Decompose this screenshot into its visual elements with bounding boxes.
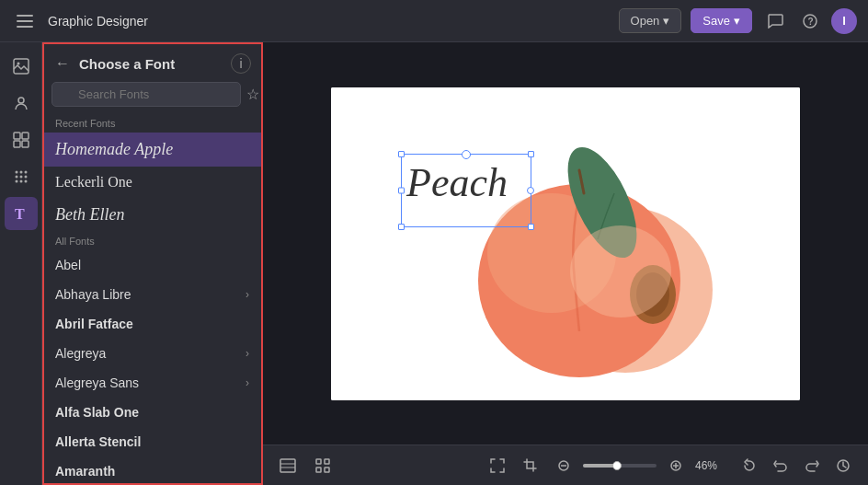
svg-rect-2 — [17, 26, 33, 28]
zoom-controls: 46% — [484, 452, 728, 479]
undo-button[interactable] — [767, 452, 794, 479]
font-search-input[interactable] — [51, 82, 241, 107]
sidebar-item-text[interactable]: T — [5, 197, 38, 230]
svg-rect-30 — [280, 459, 295, 472]
svg-point-7 — [18, 98, 24, 103]
user-avatar[interactable]: I — [831, 8, 857, 34]
font-item-homemade-apple[interactable]: Homemade Apple — [42, 133, 262, 167]
font-name-abril-fatface: Abril Fatface — [55, 317, 133, 331]
favorites-button[interactable]: ☆ — [246, 81, 259, 107]
sidebar-item-grid[interactable] — [5, 123, 38, 156]
zoom-thumb[interactable] — [612, 461, 622, 470]
font-search-row: 🔍 ☆ + — [42, 81, 262, 114]
svg-point-17 — [24, 176, 27, 179]
alegreya-chevron: › — [246, 347, 249, 360]
all-fonts-label: All Fonts — [42, 232, 262, 250]
sidebar-item-apps[interactable] — [5, 160, 38, 193]
font-item-abril-fatface[interactable]: Abril Fatface — [42, 309, 262, 339]
help-icon[interactable]: ? — [796, 7, 824, 35]
peach-illustration — [331, 87, 800, 400]
sidebar-item-people[interactable] — [5, 87, 38, 120]
bottombar: 46% — [263, 445, 868, 485]
search-wrap: 🔍 — [51, 82, 241, 107]
svg-rect-8 — [14, 133, 20, 139]
font-item-abel[interactable]: Abel — [42, 250, 262, 280]
svg-point-16 — [19, 176, 22, 179]
svg-text:T: T — [15, 206, 25, 222]
svg-point-20 — [24, 180, 27, 183]
svg-rect-33 — [316, 459, 321, 464]
grid-toggle-button[interactable] — [309, 452, 337, 479]
svg-text:?: ? — [808, 17, 814, 27]
open-button[interactable]: Open ▾ — [619, 8, 682, 33]
svg-rect-11 — [22, 141, 29, 147]
canvas-area: Peach — [263, 42, 868, 485]
font-panel-title: Choose a Font — [79, 56, 223, 72]
font-list: Recent Fonts Homemade Apple Leckerli One… — [42, 114, 262, 485]
font-panel-info-button[interactable]: i — [231, 53, 251, 74]
svg-point-18 — [15, 180, 17, 183]
alegreya-sans-chevron: › — [246, 376, 249, 389]
font-name-abel: Abel — [55, 258, 81, 272]
font-name-beth-ellen: Beth Ellen — [55, 205, 124, 225]
font-item-allerta-stencil[interactable]: Allerta Stencil — [42, 427, 262, 456]
redo-button[interactable] — [798, 452, 826, 479]
font-name-amaranth: Amaranth — [55, 464, 115, 479]
icon-sidebar: T — [0, 42, 42, 485]
svg-point-29 — [570, 225, 671, 318]
menu-icon[interactable] — [11, 7, 39, 35]
abhaya-chevron: › — [246, 288, 249, 301]
zoom-in-button[interactable] — [662, 452, 690, 479]
font-item-alegreya-sans[interactable]: Alegreya Sans › — [42, 368, 262, 398]
save-button[interactable]: Save ▾ — [691, 8, 752, 33]
font-item-beth-ellen[interactable]: Beth Ellen — [42, 198, 262, 232]
svg-rect-35 — [316, 468, 321, 472]
font-name-alfa-slab-one: Alfa Slab One — [55, 405, 139, 420]
svg-rect-36 — [325, 468, 329, 472]
topbar: Graphic Designer Open ▾ Save ▾ ? I — [0, 0, 868, 42]
main-area: T ← Choose a Font i 🔍 ☆ + Recent Fonts H… — [0, 42, 868, 485]
svg-rect-9 — [22, 133, 29, 139]
bottom-right-buttons — [736, 452, 857, 479]
font-item-leckerli-one[interactable]: Leckerli One — [42, 167, 262, 198]
rotate-ccw-button[interactable] — [736, 452, 763, 479]
svg-point-14 — [24, 171, 27, 174]
sidebar-item-images[interactable] — [5, 50, 38, 83]
chat-icon[interactable] — [761, 7, 789, 35]
font-item-abhaya-libre[interactable]: Abhaya Libre › — [42, 280, 262, 309]
font-item-alfa-slab-one[interactable]: Alfa Slab One — [42, 398, 262, 427]
font-name-alegreya: Alegreya — [55, 346, 106, 361]
recent-fonts-label: Recent Fonts — [42, 114, 262, 133]
zoom-out-button[interactable] — [550, 452, 577, 479]
zoom-level: 46% — [695, 459, 728, 472]
svg-point-13 — [19, 171, 22, 174]
canvas-frame[interactable]: Peach — [331, 87, 800, 400]
svg-rect-0 — [17, 15, 33, 17]
font-name-leckerli-one: Leckerli One — [55, 174, 132, 191]
topbar-icons: ? I — [761, 7, 857, 35]
svg-point-19 — [19, 180, 22, 183]
svg-rect-34 — [325, 459, 329, 464]
zoom-slider[interactable] — [583, 464, 657, 468]
font-panel: ← Choose a Font i 🔍 ☆ + Recent Fonts Hom… — [42, 42, 263, 485]
app-title: Graphic Designer — [48, 14, 610, 29]
svg-rect-10 — [14, 141, 20, 147]
svg-rect-1 — [17, 20, 33, 22]
layers-button[interactable] — [274, 452, 302, 479]
font-name-abhaya-libre: Abhaya Libre — [55, 287, 131, 302]
font-name-alegreya-sans: Alegreya Sans — [55, 375, 139, 390]
svg-point-12 — [15, 171, 17, 174]
crop-button[interactable] — [517, 452, 544, 479]
font-item-amaranth[interactable]: Amaranth — [42, 456, 262, 485]
canvas-viewport[interactable]: Peach — [263, 42, 868, 445]
font-panel-header: ← Choose a Font i — [42, 42, 262, 81]
fullscreen-button[interactable] — [484, 452, 511, 479]
font-name-allerta-stencil: Allerta Stencil — [55, 434, 141, 449]
svg-point-15 — [15, 176, 17, 179]
font-name-homemade-apple: Homemade Apple — [55, 140, 173, 159]
font-item-alegreya[interactable]: Alegreya › — [42, 339, 262, 368]
history-button[interactable] — [829, 452, 857, 479]
font-panel-back-button[interactable]: ← — [53, 53, 72, 74]
